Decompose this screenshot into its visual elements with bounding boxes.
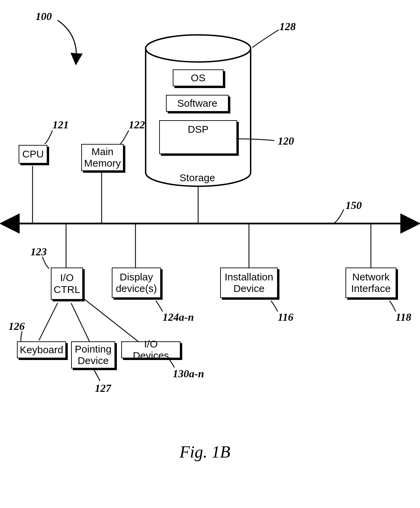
display-box: Display device(s) [112, 268, 161, 298]
main-memory-box: Main Memory [81, 144, 124, 171]
svg-point-0 [146, 35, 251, 62]
diagram-stage: 100 121 122 128 120 150 123 124a-n 116 1… [0, 0, 420, 508]
storage-label: Storage [180, 172, 215, 184]
cpu-label: CPU [22, 148, 44, 160]
ref-150: 150 [345, 199, 362, 212]
software-box: Software [166, 95, 229, 112]
main-memory-label: Main Memory [84, 146, 121, 169]
svg-line-10 [71, 303, 90, 342]
keyboard-label: Keyboard [20, 344, 63, 356]
keyboard-box: Keyboard [17, 341, 66, 358]
ref-130: 130a-n [173, 367, 204, 380]
io-ctrl-box: I/O CTRL [51, 268, 83, 300]
ref-118: 118 [396, 311, 411, 323]
ref-126: 126 [8, 320, 25, 333]
ref-124: 124a-n [163, 311, 194, 323]
cpu-box: CPU [19, 145, 47, 164]
io-ctrl-label: I/O CTRL [54, 272, 80, 295]
ref-116: 116 [278, 311, 293, 323]
figure-caption: Fig. 1B [180, 442, 230, 462]
ref-122: 122 [129, 119, 145, 131]
ref-120: 120 [278, 135, 294, 147]
software-label: Software [177, 98, 217, 109]
display-label: Display device(s) [116, 271, 157, 295]
io-devices-box: I/O Devices [121, 341, 181, 358]
dsp-box: DSP [159, 120, 237, 154]
network-label: Network Interface [351, 271, 391, 295]
ref-123: 123 [30, 246, 47, 258]
svg-line-9 [39, 303, 58, 340]
ref-100: 100 [36, 10, 52, 23]
ref-121: 121 [52, 119, 69, 131]
os-label: OS [191, 72, 205, 84]
install-label: Installation Device [225, 271, 273, 295]
pointing-box: Pointing Device [71, 341, 115, 368]
os-box: OS [173, 69, 224, 86]
pointing-label: Pointing Device [75, 343, 111, 367]
ref-128: 128 [279, 20, 296, 33]
ref-127: 127 [95, 382, 111, 395]
network-box: Network Interface [345, 268, 396, 298]
io-devices-label: I/O Devices [125, 338, 176, 362]
dsp-label: DSP [188, 124, 209, 135]
install-box: Installation Device [220, 268, 278, 298]
svg-line-11 [83, 298, 139, 342]
